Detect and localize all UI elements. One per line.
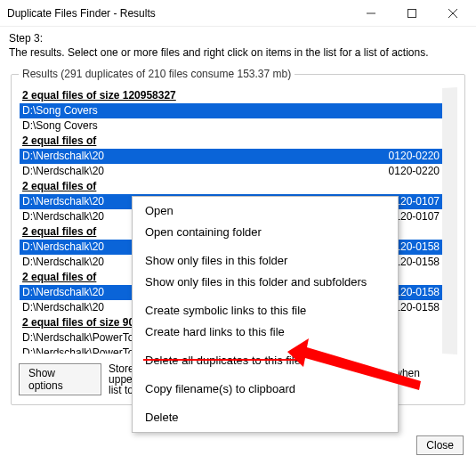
step-label: Step 3:	[9, 32, 467, 45]
scroll-down-icon[interactable]	[442, 338, 457, 354]
close-button[interactable]: Close	[416, 436, 464, 455]
window-buttons	[359, 4, 465, 22]
close-window-button[interactable]	[440, 4, 465, 22]
ctx-hardlink[interactable]: Create hard links to this file	[133, 322, 398, 343]
ctx-open[interactable]: Open	[133, 200, 398, 222]
show-options-button[interactable]: Show options	[19, 363, 101, 395]
group-header: 2 equal files of	[20, 134, 442, 149]
ctx-copy-names[interactable]: Copy filename(s) to clipboard	[133, 379, 398, 400]
ctx-open-folder[interactable]: Open containing folder	[133, 222, 398, 243]
results-group: Results (291 duplicates of 210 files con…	[11, 68, 465, 405]
group-header: 2 equal files of	[20, 179, 442, 194]
step-description: The results. Select one or more files an…	[9, 46, 467, 59]
maximize-button[interactable]	[399, 4, 424, 22]
ctx-delete[interactable]: Delete	[133, 407, 398, 428]
ctx-show-folder[interactable]: Show only files in this folder	[133, 250, 398, 272]
svg-rect-1	[408, 9, 416, 17]
list-item[interactable]: D:\Song Covers	[20, 103, 442, 118]
titlebar: Duplicate Files Finder - Results	[0, 0, 476, 27]
results-legend: Results (291 duplicates of 210 files con…	[19, 68, 294, 80]
svg-marker-5	[447, 344, 454, 349]
list-item[interactable]: D:\Nerdschalk\200120-0220	[20, 149, 442, 164]
svg-marker-4	[447, 94, 454, 99]
scroll-thumb[interactable]	[444, 106, 456, 213]
scroll-up-icon[interactable]	[442, 88, 457, 103]
window-title: Duplicate Files Finder - Results	[7, 7, 359, 20]
annotation-underline	[143, 359, 299, 361]
list-item[interactable]: D:\Nerdschalk\200120-0220	[20, 164, 442, 179]
group-header: 2 equal files of size 120958327	[20, 88, 442, 103]
scrollbar[interactable]	[442, 88, 457, 354]
list-item[interactable]: D:\Song Covers	[20, 118, 442, 134]
context-menu: Open Open containing folder Show only fi…	[132, 196, 399, 433]
ctx-show-subfolders[interactable]: Show only files in this folder and subfo…	[133, 272, 398, 293]
ctx-symlink[interactable]: Create symbolic links to this file	[133, 300, 398, 322]
ctx-delete-dupes[interactable]: Delete all duplicates to this file	[133, 350, 398, 371]
minimize-button[interactable]	[359, 4, 383, 22]
